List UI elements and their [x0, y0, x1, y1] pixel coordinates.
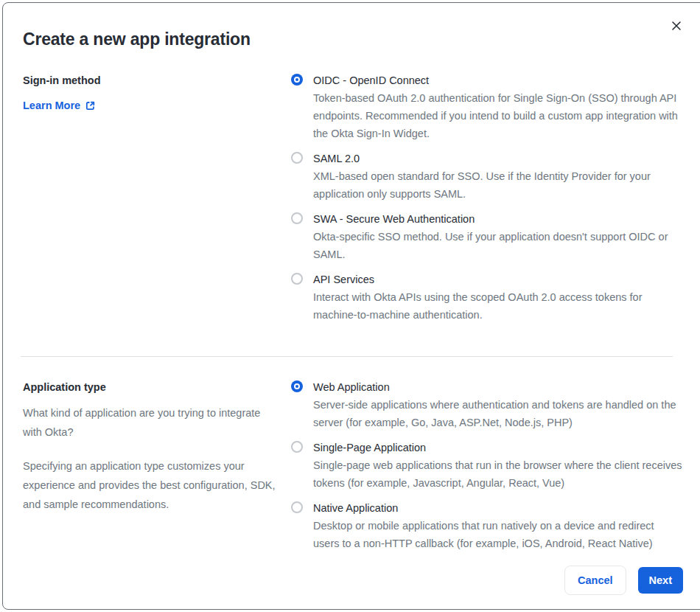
radio-unselected-icon[interactable]: [291, 273, 303, 285]
radio-option-description: XML-based open standard for SSO. Use if …: [313, 167, 683, 203]
radio-option-label: SWA - Secure Web Authentication: [313, 210, 683, 228]
radio-option-api-services[interactable]: API Services Interact with Okta APIs usi…: [291, 271, 683, 324]
next-button[interactable]: Next: [638, 567, 683, 594]
dialog-footer: Cancel Next: [564, 566, 683, 595]
radio-option-description: Desktop or mobile applications that run …: [313, 517, 683, 552]
signin-method-radiogroup: OIDC - OpenID Connect Token-based OAuth …: [291, 72, 683, 331]
cancel-button[interactable]: Cancel: [564, 566, 626, 595]
signin-method-section: Sign-in method Learn More OIDC - OpenID …: [23, 72, 683, 331]
radio-unselected-icon[interactable]: [291, 501, 303, 513]
application-type-heading: Application type: [23, 378, 278, 396]
radio-option-single-page-application[interactable]: Single-Page Application Single-page web …: [291, 439, 683, 492]
radio-selected-icon[interactable]: [291, 380, 303, 392]
radio-option-oidc[interactable]: OIDC - OpenID Connect Token-based OAuth …: [291, 72, 683, 142]
application-type-question: What kind of application are you trying …: [23, 403, 278, 442]
radio-unselected-icon[interactable]: [291, 212, 303, 224]
create-app-integration-dialog: Create a new app integration Sign-in met…: [2, 2, 700, 610]
section-divider: [21, 356, 673, 357]
application-type-help-text: Specifying an application type customize…: [23, 456, 278, 514]
radio-option-label: SAML 2.0: [313, 150, 683, 167]
radio-option-web-application[interactable]: Web Application Server-side applications…: [291, 378, 683, 431]
radio-unselected-icon[interactable]: [291, 441, 303, 453]
external-link-icon: [85, 100, 96, 111]
radio-option-description: Server-side applications where authentic…: [313, 396, 683, 431]
learn-more-link[interactable]: Learn More: [23, 97, 96, 114]
radio-selected-icon[interactable]: [291, 74, 303, 86]
radio-option-label: Web Application: [313, 378, 683, 396]
radio-option-description: Okta-specific SSO method. Use if your ap…: [313, 228, 683, 263]
signin-method-heading: Sign-in method: [23, 72, 278, 89]
radio-option-swa[interactable]: SWA - Secure Web Authentication Okta-spe…: [291, 210, 683, 263]
radio-option-saml[interactable]: SAML 2.0 XML-based open standard for SSO…: [291, 150, 683, 203]
radio-option-label: OIDC - OpenID Connect: [313, 72, 683, 89]
radio-option-description: Single-page web applications that run in…: [313, 456, 683, 492]
radio-option-description: Token-based OAuth 2.0 authentication for…: [313, 89, 683, 142]
close-icon: [671, 21, 682, 31]
radio-option-label: Single-Page Application: [313, 439, 683, 456]
application-type-radiogroup: Web Application Server-side applications…: [291, 378, 683, 560]
radio-option-label: Native Application: [313, 499, 683, 517]
application-type-section: Application type What kind of applicatio…: [23, 378, 683, 560]
radio-option-native-application[interactable]: Native Application Desktop or mobile app…: [291, 499, 683, 552]
radio-unselected-icon[interactable]: [291, 152, 303, 164]
dialog-title: Create a new app integration: [23, 29, 683, 49]
radio-option-description: Interact with Okta APIs using the scoped…: [313, 288, 683, 324]
radio-option-label: API Services: [313, 271, 683, 288]
close-button[interactable]: [670, 19, 683, 32]
learn-more-label: Learn More: [23, 97, 80, 114]
